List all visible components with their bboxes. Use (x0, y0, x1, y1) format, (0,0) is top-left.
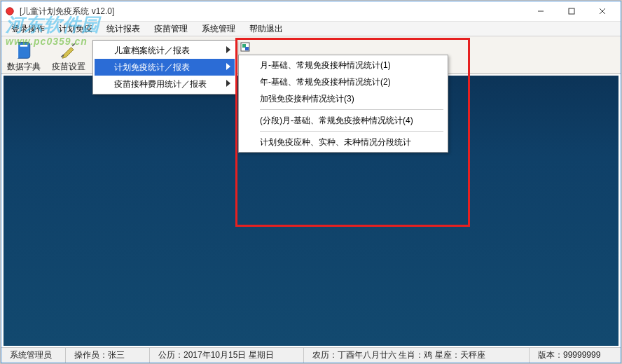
menu-item-label: 年-基础、常规免疫接种情况统计(2) (260, 76, 391, 88)
submenu-child-archive-report[interactable]: 儿童档案统计／报表 (95, 42, 235, 59)
menu-system-mgmt[interactable]: 系统管理 (195, 21, 242, 37)
menu-item-label: 儿童档案统计／报表 (114, 45, 190, 57)
menu-item-label: 计划免疫统计／报表 (114, 62, 190, 74)
status-version: 版本：99999999 (530, 348, 621, 363)
chevron-right-icon (226, 62, 230, 72)
status-role: 系统管理员 (1, 348, 66, 363)
close-button[interactable] (587, 3, 618, 20)
app-icon (4, 6, 15, 17)
menu-item-label: 加强免疫接种情况统计(3) (260, 93, 354, 105)
menu-stat-report[interactable]: 统计报表 (99, 21, 147, 37)
chevron-right-icon (226, 46, 230, 55)
menu-separator (260, 109, 443, 110)
menu-year-base-stat[interactable]: 年-基础、常规免疫接种情况统计(2) (240, 74, 446, 90)
titlebar: [儿童计划免疫系统 v12.0] (1, 1, 621, 21)
menu-plan-immunity[interactable]: 计划免疫 (52, 21, 99, 37)
menubar: 登录操作 计划免疫 统计报表 疫苗管理 系统管理 帮助退出 (1, 21, 621, 36)
menu-item-label: (分段)月-基础、常规免疫接种情况统计(4) (260, 115, 413, 127)
dropdown-stat-report: 儿童档案统计／报表 计划免疫统计／报表 疫苗接种费用统计／报表 (92, 40, 237, 94)
svg-point-0 (6, 8, 14, 15)
toolbar-data-dict[interactable]: 数据字典 (6, 39, 42, 73)
menu-item-label: 计划免疫应种、实种、未种情况分段统计 (260, 136, 411, 148)
svg-rect-5 (20, 45, 28, 47)
book-icon (13, 39, 34, 60)
minimize-button[interactable] (525, 3, 556, 20)
svg-line-6 (72, 43, 75, 46)
status-gregorian-date: 公历：2017年10月15日 星期日 (150, 348, 304, 363)
status-operator: 操作员：张三 (66, 348, 150, 363)
submenu-plan-immunity-report[interactable]: 计划免疫统计／报表 (95, 59, 235, 76)
menu-vaccine-mgmt[interactable]: 疫苗管理 (147, 21, 195, 37)
menu-separator (260, 131, 443, 132)
window-title: [儿童计划免疫系统 v12.0] (20, 6, 114, 18)
menu-item-label: 疫苗接种费用统计／报表 (114, 78, 207, 90)
maximize-button[interactable] (556, 3, 587, 20)
menu-booster-stat[interactable]: 加强免疫接种情况统计(3) (240, 90, 446, 107)
dropdown-plan-immunity-sub: 月-基础、常规免疫接种情况统计(1) 年-基础、常规免疫接种情况统计(2) 加强… (238, 55, 448, 153)
menu-segmented-month-stat[interactable]: (分段)月-基础、常规免疫接种情况统计(4) (240, 112, 446, 129)
submenu-vaccination-cost-report[interactable]: 疫苗接种费用统计／报表 (95, 76, 235, 92)
chevron-right-icon (226, 79, 230, 89)
syringe-icon (58, 39, 79, 60)
toolbar-vaccine-settings[interactable]: 疫苗设置 (50, 39, 87, 73)
menu-item-label: 月-基础、常规免疫接种情况统计(1) (260, 59, 391, 71)
app-window: [儿童计划免疫系统 v12.0] 登录操作 计划免疫 统计报表 疫苗管理 系统管… (1, 1, 621, 363)
menu-help-exit[interactable]: 帮助退出 (242, 21, 290, 37)
statusbar: 系统管理员 操作员：张三 公历：2017年10月15日 星期日 农历：丁酉年八月… (1, 347, 621, 363)
svg-rect-2 (569, 8, 574, 14)
toolbar-label: 数据字典 (7, 61, 41, 73)
status-lunar-date: 农历：丁酉年八月廿六 生肖：鸡 星座：天秤座 (304, 348, 530, 363)
menu-login[interactable]: 登录操作 (4, 21, 52, 37)
menu-month-base-stat[interactable]: 月-基础、常规免疫接种情况统计(1) (240, 57, 446, 74)
menu-plan-actual-miss-stat[interactable]: 计划免疫应种、实种、未种情况分段统计 (240, 134, 446, 150)
svg-rect-10 (245, 47, 249, 50)
submenu-indicator-icon (240, 41, 251, 52)
toolbar-label: 疫苗设置 (52, 61, 85, 73)
